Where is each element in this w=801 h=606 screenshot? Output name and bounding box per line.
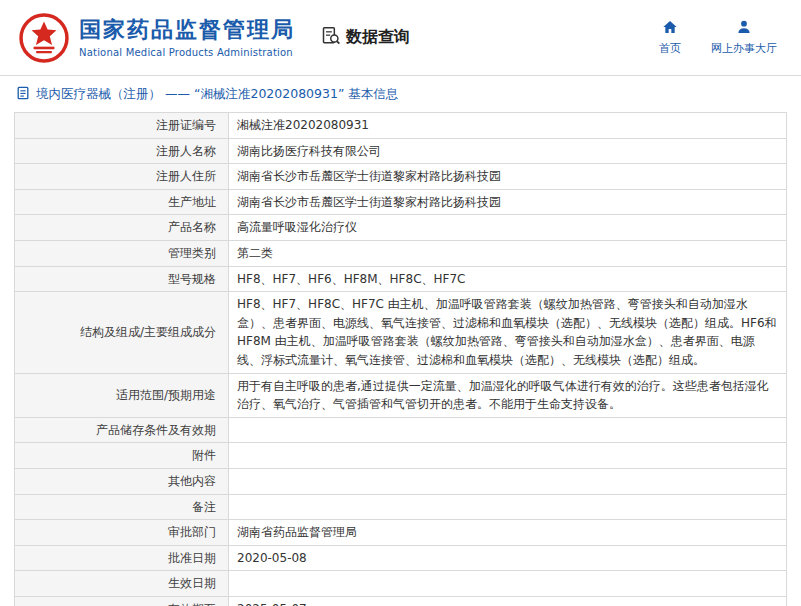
- registration-info-table: 注册证编号湘械注准20202080931注册人名称湖南比扬医疗科技有限公司注册人…: [14, 112, 787, 606]
- row-value: [229, 571, 787, 597]
- row-value: 湖南省药品监督管理局: [229, 520, 787, 546]
- row-value: [229, 443, 787, 469]
- row-label: 产品名称: [15, 215, 229, 241]
- agency-brand: 国家药品监督管理局 National Medical Products Admi…: [18, 12, 295, 64]
- data-query-label: 数据查询: [346, 27, 410, 48]
- home-icon: [662, 19, 678, 38]
- row-label: 生效日期: [15, 571, 229, 597]
- table-row: 适用范围/预期用途用于有自主呼吸的患者,通过提供一定流量、加温湿化的呼吸气体进行…: [15, 373, 787, 417]
- info-table-body: 注册证编号湘械注准20202080931注册人名称湖南比扬医疗科技有限公司注册人…: [15, 113, 787, 606]
- row-label: 管理类别: [15, 240, 229, 266]
- table-row: 审批部门湖南省药品监督管理局: [15, 520, 787, 546]
- table-row: 附件: [15, 443, 787, 469]
- row-value: [229, 417, 787, 443]
- row-label: 型号规格: [15, 266, 229, 292]
- row-value: 用于有自主呼吸的患者,通过提供一定流量、加温湿化的呼吸气体进行有效的治疗。这些患…: [229, 373, 787, 417]
- row-label: 产品储存条件及有效期: [15, 417, 229, 443]
- row-value: 湘械注准20202080931: [229, 113, 787, 139]
- agency-titles: 国家药品监督管理局 National Medical Products Admi…: [79, 17, 295, 57]
- row-value: 湖南省长沙市岳麓区学士街道黎家村路比扬科技园: [229, 189, 787, 215]
- online-hall-link[interactable]: 网上办事大厅: [711, 19, 777, 56]
- page-title: 境内医疗器械（注册） —— “湘械注准20202080931” 基本信息: [36, 86, 398, 103]
- person-icon: [736, 19, 752, 38]
- row-label: 审批部门: [15, 520, 229, 546]
- row-label: 附件: [15, 443, 229, 469]
- table-row: 有效期至2025-05-07: [15, 596, 787, 606]
- row-value: HF8、HF7、HF6、HF8M、HF8C、HF7C: [229, 266, 787, 292]
- row-value: 湖南比扬医疗科技有限公司: [229, 138, 787, 164]
- row-label: 适用范围/预期用途: [15, 373, 229, 417]
- row-label: 批准日期: [15, 545, 229, 571]
- row-label: 注册证编号: [15, 113, 229, 139]
- header-quick-links: 首页 网上办事大厅: [659, 19, 783, 56]
- table-row: 型号规格HF8、HF7、HF6、HF8M、HF8C、HF7C: [15, 266, 787, 292]
- online-hall-label: 网上办事大厅: [711, 41, 777, 56]
- row-value: 高流量呼吸湿化治疗仪: [229, 215, 787, 241]
- row-label: 注册人住所: [15, 164, 229, 190]
- table-row: 生效日期: [15, 571, 787, 597]
- row-value: 2020-05-08: [229, 545, 787, 571]
- row-value: HF8、HF7、HF8C、HF7C 由主机、加温呼吸管路套装（螺纹加热管路、弯管…: [229, 292, 787, 373]
- row-label: 注册人名称: [15, 138, 229, 164]
- document-icon: [16, 86, 30, 103]
- row-value: 第二类: [229, 240, 787, 266]
- row-label: 备注: [15, 494, 229, 520]
- table-row: 产品储存条件及有效期: [15, 417, 787, 443]
- home-link[interactable]: 首页: [659, 19, 681, 56]
- row-value: 2025-05-07: [229, 596, 787, 606]
- row-label: 有效期至: [15, 596, 229, 606]
- table-row: 生产地址湖南省长沙市岳麓区学士街道黎家村路比扬科技园: [15, 189, 787, 215]
- table-row: 结构及组成/主要组成成分HF8、HF7、HF8C、HF7C 由主机、加温呼吸管路…: [15, 292, 787, 373]
- breadcrumb: 境内医疗器械（注册） —— “湘械注准20202080931” 基本信息: [0, 76, 801, 110]
- row-value: [229, 494, 787, 520]
- table-row: 批准日期2020-05-08: [15, 545, 787, 571]
- page-header: 国家药品监督管理局 National Medical Products Admi…: [0, 0, 801, 76]
- table-row: 管理类别第二类: [15, 240, 787, 266]
- table-row: 其他内容: [15, 468, 787, 494]
- row-value: [229, 468, 787, 494]
- national-emblem-icon: [18, 12, 70, 64]
- table-row: 注册人名称湖南比扬医疗科技有限公司: [15, 138, 787, 164]
- row-label: 结构及组成/主要组成成分: [15, 292, 229, 373]
- row-value: 湖南省长沙市岳麓区学士街道黎家村路比扬科技园: [229, 164, 787, 190]
- row-label: 其他内容: [15, 468, 229, 494]
- table-row: 备注: [15, 494, 787, 520]
- agency-title-en: National Medical Products Administration: [79, 47, 295, 58]
- row-label: 生产地址: [15, 189, 229, 215]
- home-label: 首页: [659, 41, 681, 56]
- table-row: 注册证编号湘械注准20202080931: [15, 113, 787, 139]
- data-query-icon: [321, 26, 341, 50]
- table-row: 产品名称高流量呼吸湿化治疗仪: [15, 215, 787, 241]
- nav-data-query[interactable]: 数据查询: [321, 26, 410, 50]
- agency-title-cn: 国家药品监督管理局: [79, 17, 295, 43]
- table-row: 注册人住所湖南省长沙市岳麓区学士街道黎家村路比扬科技园: [15, 164, 787, 190]
